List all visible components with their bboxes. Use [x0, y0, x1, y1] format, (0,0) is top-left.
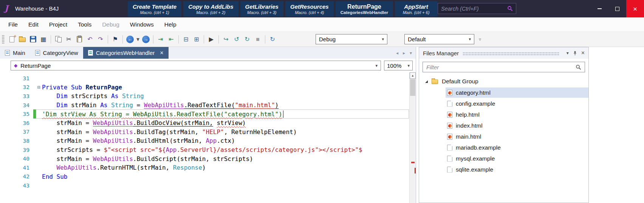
step-over-icon[interactable]: ↪: [221, 34, 231, 44]
separator[interactable]: [108, 35, 108, 44]
code-line[interactable]: 37 strMain = WebApiUtils.BuildTag(strMai…: [0, 128, 409, 137]
cut-icon[interactable]: ✂: [63, 34, 74, 44]
macro-button[interactable]: AppStart Main. (ctrl + 6): [395, 1, 437, 17]
new-item-icon[interactable]: [6, 34, 17, 44]
separator[interactable]: [204, 35, 204, 44]
menu-item[interactable]: Windows: [125, 21, 159, 28]
file-tree-item[interactable]: mariadb.example: [419, 142, 588, 153]
undo-icon[interactable]: ↶: [85, 34, 95, 44]
editor-tab[interactable]: CategoryView: [30, 47, 83, 59]
code-line[interactable]: 34 Dim strMain As String = WebApiUtils.R…: [0, 101, 409, 110]
separator[interactable]: [218, 35, 219, 44]
close-tab-icon[interactable]: ×: [160, 50, 163, 56]
file-tree-item[interactable]: sqlite.example: [419, 164, 588, 175]
build-configuration-dropdown[interactable]: Default ▾: [404, 34, 474, 44]
error-marker[interactable]: [415, 168, 416, 173]
code-line[interactable]: 31: [0, 74, 409, 83]
separator[interactable]: [153, 35, 153, 44]
file-tree-item[interactable]: category.html: [419, 87, 588, 98]
file-tree-item[interactable]: mysql.example: [419, 153, 588, 164]
separator[interactable]: [51, 35, 51, 44]
indent-icon[interactable]: ⇥: [155, 34, 166, 44]
menu-item[interactable]: Help: [159, 21, 182, 28]
minimize-icon: [598, 8, 602, 9]
menu-item[interactable]: Project: [44, 21, 73, 28]
macro-button[interactable]: GetLibraries Macro. (ctrl + 3): [240, 1, 283, 17]
code-line[interactable]: 36 strMain = WebApiUtils.BuildDocView(st…: [0, 119, 409, 128]
code-line[interactable]: 38 strMain = WebApiUtils.BuildHtml(strMa…: [0, 136, 409, 145]
save-icon[interactable]: [28, 34, 38, 44]
macro-button[interactable]: Copy to AddLibs Macro. (ctrl + 2): [183, 1, 238, 17]
separator[interactable]: [265, 35, 265, 44]
editor-scrollbar[interactable]: ▲: [409, 72, 416, 203]
menu-item[interactable]: Debug: [97, 21, 125, 28]
minimize-button[interactable]: [591, 0, 608, 17]
toolbar-grip[interactable]: [2, 35, 5, 44]
comment-icon[interactable]: ⊟: [181, 34, 191, 44]
maximize-button[interactable]: [608, 0, 626, 17]
close-panel-icon[interactable]: ×: [581, 50, 585, 56]
step-into-icon[interactable]: ↺: [231, 34, 242, 44]
file-tree-item[interactable]: index.html: [419, 120, 588, 131]
zoom-dropdown[interactable]: 100% ▾: [384, 61, 413, 70]
code-line[interactable]: 40 strMain = WebApiUtils.BuildScript(str…: [0, 154, 409, 163]
scroll-tabs-left-icon[interactable]: ◂: [396, 50, 398, 56]
find-module-icon[interactable]: ▦: [38, 34, 49, 44]
scrollbar-thumb[interactable]: [410, 79, 415, 96]
bookmark-icon[interactable]: ⚑: [110, 34, 121, 44]
separator[interactable]: [178, 35, 179, 44]
search-input[interactable]: [441, 6, 505, 12]
step-out-icon[interactable]: ↻: [242, 34, 252, 44]
code-line[interactable]: 35'Dim strView As String = WebApiUtils.R…: [0, 109, 409, 119]
open-icon[interactable]: [17, 34, 28, 44]
search-icon[interactable]: [507, 6, 513, 11]
filter-input[interactable]: [426, 64, 573, 70]
back-history-icon[interactable]: ▾: [135, 34, 141, 44]
macro-button[interactable]: GetResources Macro. (ctrl + 4): [285, 1, 334, 17]
copy-icon[interactable]: [53, 34, 63, 44]
close-button[interactable]: ×: [626, 0, 644, 17]
separator[interactable]: [122, 35, 123, 44]
file-tree-item[interactable]: main.html: [419, 131, 588, 142]
method-dropdown[interactable]: ◆ ReturnPage ▾: [11, 61, 381, 70]
file-tree-item[interactable]: help.html: [419, 109, 588, 120]
pin-icon[interactable]: [573, 51, 577, 56]
run-mode-dropdown[interactable]: Debug ▾: [316, 34, 387, 44]
panel-grip[interactable]: [463, 52, 559, 55]
menu-item[interactable]: File: [3, 21, 23, 28]
panel-splitter[interactable]: [416, 47, 419, 203]
error-marker[interactable]: [411, 162, 415, 163]
paste-icon[interactable]: [74, 34, 85, 44]
code-editor[interactable]: 3132⊟Private Sub ReturnPage33 Dim strScr…: [0, 72, 416, 203]
file-group-row[interactable]: Default Group: [419, 76, 588, 87]
code-line[interactable]: 39 strScripts = $"<script src="${App.Ser…: [0, 145, 409, 155]
expander-icon[interactable]: [425, 80, 428, 83]
outdent-icon[interactable]: ⇤: [166, 34, 176, 44]
run-icon[interactable]: ▶: [206, 34, 217, 44]
stop-icon[interactable]: ■: [252, 34, 263, 44]
macro-button[interactable]: ReturnPage CategoriesWebHandler: [336, 1, 393, 17]
toolbar: ▦ ✂ ↶ ↷: [0, 32, 644, 47]
menu-item[interactable]: Tools: [73, 21, 97, 28]
panel-menu-icon[interactable]: ▾: [567, 50, 569, 56]
code-line[interactable]: 33 Dim strScripts As String: [0, 92, 409, 101]
macro-button[interactable]: Create Template Macro. (ctrl + 1): [128, 1, 181, 17]
code-line[interactable]: 32⊟Private Sub ReturnPage: [0, 83, 409, 92]
editor-tab[interactable]: Main: [0, 47, 30, 59]
forward-icon[interactable]: →: [141, 34, 151, 44]
back-icon[interactable]: ←: [125, 34, 135, 44]
tab-list-icon[interactable]: ▾: [410, 50, 412, 56]
restart-icon[interactable]: ↻: [267, 34, 278, 44]
redo-icon[interactable]: ↷: [95, 34, 106, 44]
uncomment-icon[interactable]: ⊞: [191, 34, 202, 44]
editor-tab[interactable]: CategoriesWebHandler ×: [83, 47, 169, 59]
toolbar-overflow-icon[interactable]: ▿: [479, 37, 481, 42]
code-line[interactable]: 41 WebApiUtils.ReturnHTML(strMain, Respo…: [0, 163, 409, 172]
scroll-tabs-right-icon[interactable]: ▸: [403, 50, 405, 56]
code-lines[interactable]: 3132⊟Private Sub ReturnPage33 Dim strScr…: [0, 74, 409, 203]
file-tree-item[interactable]: config.example: [419, 98, 588, 109]
scrollbar-up-icon[interactable]: ▲: [410, 72, 416, 79]
code-line[interactable]: 43: [0, 181, 409, 190]
code-line[interactable]: 42End Sub: [0, 172, 409, 181]
menu-item[interactable]: Edit: [23, 21, 44, 28]
